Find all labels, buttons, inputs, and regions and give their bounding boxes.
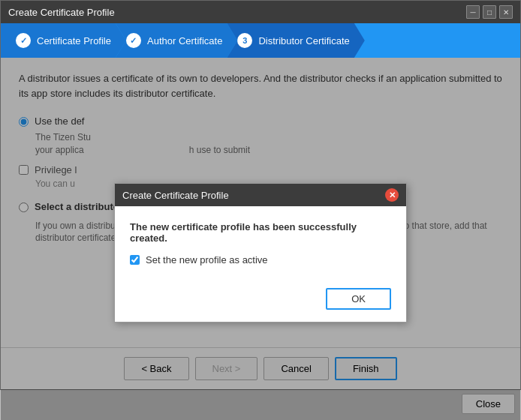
wizard-steps: ✓ Certificate Profile ✓ Author Certifica… [1, 23, 520, 58]
wizard-title: Create Certificate Profile [8, 7, 115, 18]
wizard-window: Create Certificate Profile ─ □ ✕ ✓ Certi… [0, 0, 521, 390]
modal-footer: OK [115, 280, 406, 322]
step1-icon: ✓ [16, 33, 31, 48]
step2-label: Author Certificate [147, 35, 222, 46]
modal-ok-button[interactable]: OK [326, 288, 391, 310]
modal-checkbox-row: Set the new profile as active [130, 254, 391, 266]
modal-message: The new certificate profile has been suc… [130, 221, 391, 244]
modal-close-button[interactable]: ✕ [385, 188, 399, 202]
titlebar-controls: ─ □ ✕ [466, 5, 513, 19]
modal-dialog: Create Certificate Profile ✕ The new cer… [114, 183, 407, 322]
step2-icon: ✓ [126, 33, 141, 48]
maximize-button[interactable]: □ [483, 5, 496, 19]
modal-checkbox-label: Set the new profile as active [146, 254, 268, 266]
modal-title: Create Certificate Profile [122, 190, 229, 201]
step1-label: Certificate Profile [37, 35, 111, 46]
app-container: Create Certificate Profile ─ □ ✕ ✓ Certi… [0, 0, 521, 420]
minimize-button[interactable]: ─ [466, 5, 480, 19]
step-distributor-certificate: 3 Distributor Certificate [227, 23, 364, 58]
wizard-body: A distributor issues a certificate of it… [1, 58, 520, 347]
step3-icon: 3 [237, 33, 252, 48]
modal-overlay: Create Certificate Profile ✕ The new cer… [1, 58, 520, 420]
step-certificate-profile: ✓ Certificate Profile [1, 23, 126, 58]
modal-titlebar: Create Certificate Profile ✕ [115, 184, 406, 206]
wizard-titlebar: Create Certificate Profile ─ □ ✕ [1, 1, 520, 23]
step3-label: Distributor Certificate [258, 35, 349, 46]
window-close-button[interactable]: ✕ [499, 5, 513, 19]
step-author-certificate: ✓ Author Certificate [116, 23, 237, 58]
modal-active-profile-checkbox[interactable] [130, 255, 140, 265]
modal-body: The new certificate profile has been suc… [115, 206, 406, 280]
